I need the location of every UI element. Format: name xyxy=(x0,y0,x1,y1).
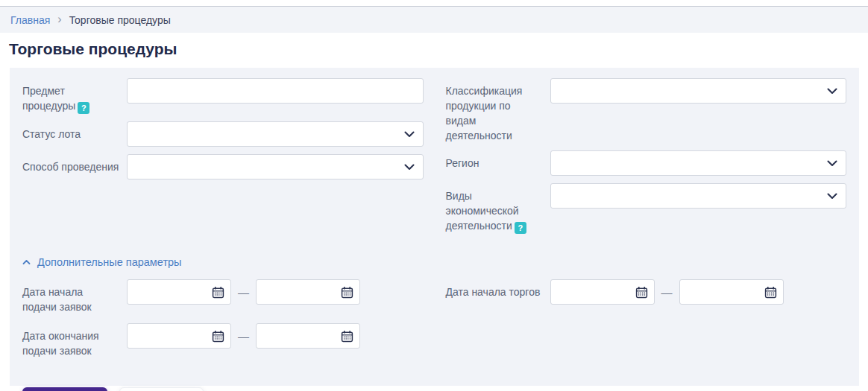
application-end-to-field xyxy=(256,323,360,349)
range-dash: — xyxy=(238,330,249,343)
calendar-icon[interactable] xyxy=(341,330,353,343)
dates-column-right: Дата начала торгов — xyxy=(446,279,847,367)
method-select[interactable] xyxy=(127,154,424,179)
filters-grid: Предмет процедуры? Статус лота Способ пр… xyxy=(22,78,846,241)
date-row-application-end: Дата окончания подачи заявок — xyxy=(22,323,424,358)
breadcrumb-current: Торговые процедуры xyxy=(69,14,171,26)
auction-start-from-field xyxy=(550,279,655,305)
subject-input[interactable] xyxy=(127,78,424,104)
field-label-application-start: Дата начала подачи заявок xyxy=(22,279,127,314)
filters-column-right: Классификация продукции по видам деятель… xyxy=(446,78,847,241)
breadcrumb-separator-icon: › xyxy=(57,13,61,25)
field-label-application-end: Дата окончания подачи заявок xyxy=(22,323,127,358)
application-start-to-field xyxy=(256,279,360,305)
field-row-method: Способ проведения xyxy=(22,154,424,179)
field-label-method: Способ проведения xyxy=(22,154,127,174)
auction-start-to-field xyxy=(679,279,784,305)
chevron-down-icon xyxy=(404,131,415,138)
lot-status-select[interactable] xyxy=(127,121,424,147)
breadcrumb: Главная › Торговые процедуры xyxy=(0,6,868,33)
region-select[interactable] xyxy=(550,150,847,176)
calendar-icon[interactable] xyxy=(212,330,224,343)
chevron-down-icon xyxy=(827,88,837,95)
field-label-lot-status: Статус лота xyxy=(22,121,127,142)
page-title: Торговые процедуры xyxy=(9,39,859,59)
field-label-economic-activity: Виды экономической деятельности? xyxy=(446,183,550,234)
application-end-range: — xyxy=(127,323,360,349)
field-label-region: Регион xyxy=(446,150,550,171)
chevron-down-icon xyxy=(827,160,837,167)
dates-grid: Дата начала подачи заявок — xyxy=(22,279,846,367)
breadcrumb-home-link[interactable]: Главная xyxy=(10,14,50,26)
application-start-range: — xyxy=(127,279,360,305)
help-icon[interactable]: ? xyxy=(515,222,526,234)
field-row-lot-status: Статус лота xyxy=(22,121,424,147)
actions-row: Искать Очистить xyxy=(22,387,846,391)
field-label-subject: Предмет процедуры? xyxy=(22,78,127,114)
field-row-region: Регион xyxy=(446,150,847,176)
calendar-icon[interactable] xyxy=(764,286,777,299)
search-button[interactable]: Искать xyxy=(22,387,107,391)
classification-select[interactable] xyxy=(550,78,847,104)
range-dash: — xyxy=(661,286,673,299)
date-row-auction-start: Дата начала торгов — xyxy=(446,279,847,305)
clear-button[interactable]: Очистить xyxy=(119,387,204,391)
chevron-down-icon xyxy=(827,193,837,200)
application-end-from-field xyxy=(127,323,231,349)
chevron-up-icon xyxy=(22,259,31,265)
additional-params-toggle[interactable]: Дополнительные параметры xyxy=(22,256,182,268)
date-row-application-start: Дата начала подачи заявок — xyxy=(22,279,424,314)
filters-column-left: Предмет процедуры? Статус лота Способ пр… xyxy=(22,78,424,241)
search-filters-panel: Предмет процедуры? Статус лота Способ пр… xyxy=(10,68,859,386)
field-row-classification: Классификация продукции по видам деятель… xyxy=(446,78,847,143)
help-icon[interactable]: ? xyxy=(78,102,89,114)
calendar-icon[interactable] xyxy=(635,286,648,299)
calendar-icon[interactable] xyxy=(341,286,353,299)
field-label-auction-start: Дата начала торгов xyxy=(446,279,550,299)
auction-start-range: — xyxy=(550,279,784,305)
chevron-down-icon xyxy=(404,164,415,171)
range-dash: — xyxy=(238,286,249,299)
economic-activity-select[interactable] xyxy=(550,183,847,209)
calendar-icon[interactable] xyxy=(212,286,224,299)
field-row-subject: Предмет процедуры? xyxy=(22,78,424,114)
additional-params-label: Дополнительные параметры xyxy=(37,256,182,268)
field-label-classification: Классификация продукции по видам деятель… xyxy=(446,78,550,143)
field-row-economic-activity: Виды экономической деятельности? xyxy=(446,183,847,234)
application-start-from-field xyxy=(127,279,231,305)
dates-column-left: Дата начала подачи заявок — xyxy=(22,279,424,367)
